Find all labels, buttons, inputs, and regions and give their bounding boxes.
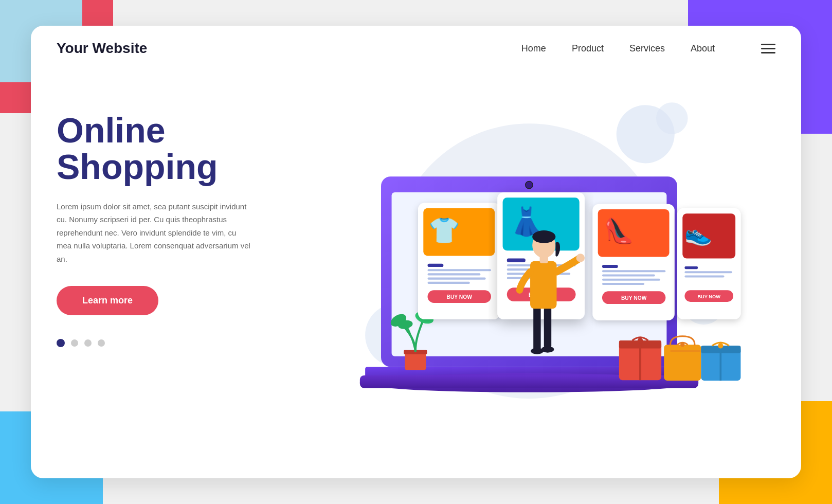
svg-point-69	[541, 346, 554, 352]
learn-more-button[interactable]: Learn more	[57, 286, 158, 315]
svg-point-6	[526, 181, 533, 188]
dot-1[interactable]	[57, 339, 65, 347]
svg-rect-32	[428, 269, 491, 271]
svg-rect-34	[428, 278, 486, 280]
svg-point-23	[680, 343, 684, 347]
svg-rect-61	[684, 266, 698, 269]
hamburger-menu[interactable]	[761, 44, 775, 53]
svg-rect-55	[602, 283, 644, 285]
svg-rect-62	[684, 271, 732, 273]
svg-point-74	[576, 254, 585, 262]
svg-point-2	[656, 102, 688, 134]
svg-point-73	[532, 230, 555, 243]
svg-text:BUY NOW: BUY NOW	[447, 294, 473, 300]
dot-3[interactable]	[84, 339, 92, 347]
hero-description: Lorem ipsum dolor sit amet, sea putant s…	[57, 200, 252, 266]
nav-about[interactable]: About	[691, 43, 715, 54]
illustration: 👕 BUY NOW 👗	[283, 81, 775, 452]
svg-rect-31	[428, 264, 444, 267]
hero-title-line1: Online	[57, 111, 166, 150]
svg-rect-33	[428, 273, 481, 275]
nav-home[interactable]: Home	[521, 43, 546, 54]
hamburger-line	[761, 52, 775, 53]
dot-2[interactable]	[71, 339, 78, 347]
hero-right: 👕 BUY NOW 👗	[283, 81, 775, 452]
svg-text:👠: 👠	[604, 217, 635, 245]
pagination-dots	[57, 339, 283, 347]
svg-rect-52	[602, 270, 665, 272]
nav-product[interactable]: Product	[572, 43, 604, 54]
svg-rect-35	[428, 282, 470, 284]
dot-4[interactable]	[98, 339, 105, 347]
hero-title-line2: Shopping	[57, 147, 218, 186]
svg-text:BUY NOW: BUY NOW	[697, 294, 720, 299]
nav-services[interactable]: Services	[629, 43, 665, 54]
svg-rect-54	[602, 279, 660, 281]
svg-rect-41	[507, 259, 526, 262]
svg-text:BUY NOW: BUY NOW	[621, 295, 647, 301]
svg-rect-66	[533, 303, 540, 351]
svg-point-27	[718, 343, 723, 348]
nav-links: Home Product Services About	[521, 43, 775, 54]
svg-rect-63	[684, 275, 724, 277]
svg-rect-53	[602, 274, 655, 276]
logo: Your Website	[57, 40, 521, 57]
hamburger-line	[761, 44, 775, 45]
hero-section: Online Shopping Lorem ipsum dolor sit am…	[31, 71, 801, 472]
svg-text:👕: 👕	[428, 215, 460, 246]
svg-rect-21	[664, 345, 701, 381]
hero-left: Online Shopping Lorem ipsum dolor sit am…	[57, 81, 283, 347]
hamburger-line	[761, 48, 775, 49]
svg-rect-67	[544, 303, 551, 348]
hero-title: Online Shopping	[57, 112, 283, 186]
svg-text:👟: 👟	[684, 220, 712, 247]
svg-rect-70	[530, 261, 556, 309]
svg-rect-51	[602, 265, 618, 268]
main-card: Your Website Home Product Services About…	[31, 26, 801, 478]
svg-point-20	[638, 338, 643, 343]
navbar: Your Website Home Product Services About	[31, 26, 801, 71]
